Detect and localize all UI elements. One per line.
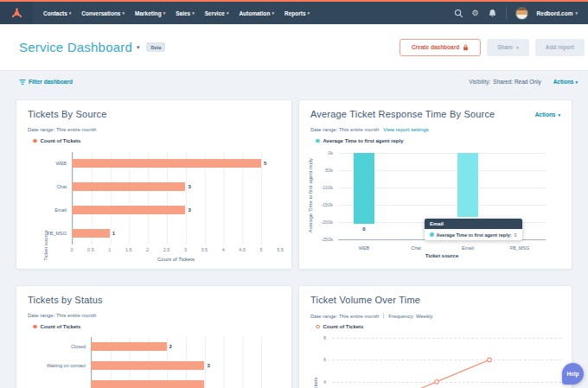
nav-automation[interactable]: Automation▾: [239, 10, 274, 16]
x-axis-tick: 4.5: [239, 247, 246, 252]
legend-label: Count of Tickets: [41, 324, 81, 329]
tickets-by-source-chart: Ticket source WEB5Chat3Email3FB_MSG1 00.…: [28, 152, 280, 264]
bar-area: 5: [72, 152, 280, 175]
card-tickets-by-source: Tickets By Source Date range: This entir…: [16, 99, 292, 270]
bar[interactable]: [457, 153, 478, 217]
card-ticket-volume-over-time: Ticket Volume Over Time Date range: This…: [298, 285, 572, 388]
chevron-down-icon[interactable]: ▾: [137, 44, 140, 51]
x-axis-tick: 3: [184, 247, 187, 252]
visibility-label: Visibility:: [469, 79, 490, 85]
nav-sales[interactable]: Sales▾: [176, 10, 195, 16]
page-title[interactable]: Service Dashboard: [19, 40, 132, 54]
chevron-down-icon: ▾: [308, 10, 310, 16]
y-axis-tick: 8: [323, 335, 326, 340]
nav-marketing[interactable]: Marketing▾: [135, 10, 165, 16]
bar-row: Email3: [28, 199, 280, 222]
data-point[interactable]: [435, 380, 439, 385]
bar-value-label: 2: [169, 344, 172, 349]
date-range: Date range: This entire month: [28, 313, 96, 318]
bar-row: Closed2: [28, 337, 280, 356]
create-dashboard-label: Create dashboard: [412, 44, 459, 50]
y-axis-tick: 0k: [328, 150, 333, 156]
bar-area: 3: [72, 175, 280, 199]
chart-legend[interactable]: Count of Tickets: [33, 138, 80, 143]
chevron-down-icon: ▾: [192, 10, 195, 16]
nav-conversations[interactable]: Conversations▾: [81, 10, 125, 16]
x-axis-tick: 4: [222, 247, 225, 252]
x-axis-tick: 2: [146, 247, 149, 252]
data-point[interactable]: [488, 358, 492, 362]
beta-badge: Beta: [146, 42, 165, 52]
hubspot-logo[interactable]: [0, 2, 33, 24]
bar[interactable]: [72, 229, 110, 238]
y-axis-tick: -200k: [321, 219, 333, 225]
nav-service[interactable]: Service▾: [205, 10, 229, 16]
bar[interactable]: [72, 182, 185, 191]
bar-row: [28, 375, 280, 388]
dashboard-actions-menu[interactable]: Actions ▾: [553, 79, 578, 85]
bar-row: FB_MSG1: [28, 221, 280, 245]
y-axis-tick: -50k: [323, 168, 333, 173]
help-button[interactable]: Help: [562, 363, 584, 385]
bar[interactable]: [91, 380, 204, 388]
bar[interactable]: [72, 159, 261, 168]
chart-tooltip: Email Average Time to first agent reply:…: [425, 219, 522, 240]
notifications-bell-icon[interactable]: [488, 9, 497, 18]
bar-value-label: 3: [188, 207, 190, 213]
nav-divider: [506, 7, 507, 19]
x-axis-tick: 2.5: [163, 247, 170, 252]
nav-right-cluster: ⚙ Redbord.com▾: [454, 7, 588, 20]
bar[interactable]: [354, 153, 374, 224]
search-icon[interactable]: [454, 9, 463, 18]
chevron-down-icon: ▾: [516, 45, 519, 50]
nav-label: Conversations: [81, 10, 120, 16]
user-avatar[interactable]: [515, 7, 528, 20]
category-label: Email: [462, 245, 474, 251]
bar-value-label: 3: [188, 184, 190, 189]
chart-legend[interactable]: Count of Tickets: [33, 324, 80, 329]
tooltip-body: Average Time to first agent reply: 0: [425, 229, 522, 240]
card-title: Tickets By Source: [28, 109, 107, 119]
y-axis-tick: 4: [323, 379, 326, 385]
bar-value-label: 0: [362, 226, 365, 232]
bar[interactable]: [91, 342, 167, 351]
top-navigation: Contacts▾ Conversations▾ Marketing▾ Sale…: [0, 0, 588, 24]
bar[interactable]: [91, 361, 204, 370]
x-axis-label: Count of Tickets: [72, 257, 280, 262]
settings-gear-icon[interactable]: ⚙: [472, 10, 479, 17]
tooltip-series-dot: [430, 232, 434, 237]
category-label: Chat: [411, 245, 421, 251]
x-axis-tick: 1: [108, 247, 111, 252]
x-axis-tick: 5.5: [277, 247, 284, 252]
chart-bars: Closed2Waiting on contact3: [28, 337, 280, 388]
bar[interactable]: [72, 206, 185, 214]
nav-reports[interactable]: Reports▾: [284, 10, 310, 16]
card-tickets-by-status: Tickets by Status Date range: This entir…: [16, 285, 292, 388]
nav-contacts[interactable]: Contacts▾: [43, 10, 71, 16]
bar-value-label: 5: [264, 161, 266, 166]
toolbar-right: Visibility: Shared: Read Only Actions ▾: [469, 79, 578, 85]
hubspot-service-dashboard: Contacts▾ Conversations▾ Marketing▾ Sale…: [0, 0, 588, 388]
title-wrap: Service Dashboard ▾ Beta: [19, 40, 165, 54]
legend-label: Count of Tickets: [41, 138, 81, 143]
visibility-value: Shared: Read Only: [493, 79, 540, 85]
category-label: Closed: [28, 344, 91, 349]
bar-value-label: 3: [207, 363, 209, 368]
account-name: Redbord.com: [537, 10, 573, 16]
add-report-button[interactable]: Add report: [535, 39, 585, 56]
filter-dashboard-link[interactable]: Filter dashboard: [19, 79, 73, 86]
bar-area: 3: [72, 199, 280, 222]
account-menu[interactable]: Redbord.com▾: [537, 10, 578, 16]
share-button[interactable]: Share ▾: [487, 39, 529, 56]
bar-row: WEB5: [28, 152, 280, 175]
chevron-down-icon: ▾: [272, 10, 275, 16]
bar-value-label: 1: [112, 231, 115, 236]
avg-response-time-chart: Average Time to first agent reply 0k-50k…: [299, 100, 572, 269]
create-dashboard-button[interactable]: Create dashboard: [399, 39, 481, 56]
legend-dot: [33, 325, 37, 329]
tooltip-series-label: Average Time to first agent reply:: [437, 232, 512, 238]
header-buttons: Create dashboard Share ▾ Add report: [399, 39, 585, 56]
y-axis-label: Count of Tickets: [313, 344, 318, 388]
tooltip-value: 0: [514, 232, 517, 238]
legend-dot: [33, 139, 37, 143]
